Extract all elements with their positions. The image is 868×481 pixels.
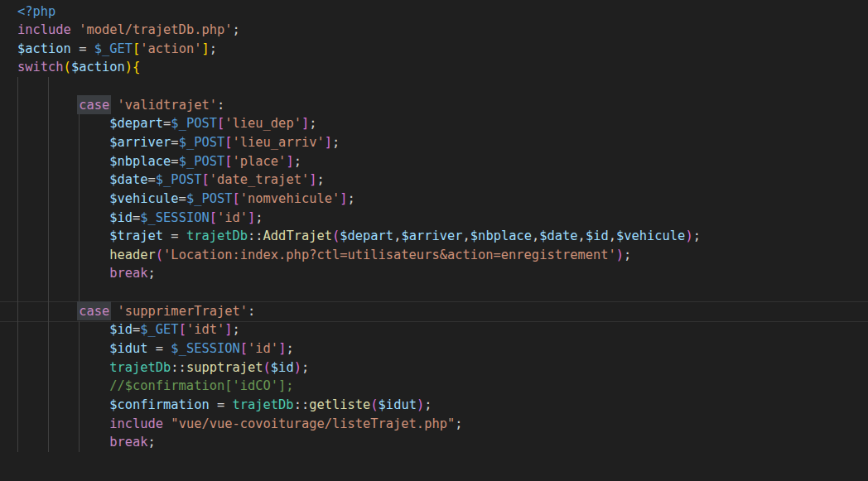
code-token: : — [217, 98, 224, 113]
code-line[interactable]: $trajet = trajetDb::AddTrajet($depart,$a… — [17, 227, 701, 246]
code-editor[interactable]: <?phpinclude 'model/trajetDb.php';$actio… — [0, 0, 868, 481]
code-line[interactable]: $idut = $_SESSION['id']; — [17, 339, 701, 358]
code-line[interactable]: $nbplace=$_POST['place']; — [17, 152, 701, 171]
code-token: 'date_trajet' — [210, 172, 309, 187]
code-token: trajetDb — [186, 228, 248, 243]
code-token: 'place' — [233, 154, 287, 169]
code-token: $_SESSION — [140, 210, 209, 225]
code-token: 'id' — [217, 210, 248, 225]
code-token: ; — [148, 266, 156, 281]
code-token: supptrajet — [186, 360, 263, 375]
code-token — [17, 228, 109, 243]
code-line[interactable]: break; — [17, 264, 701, 283]
code-token: $_POST — [179, 135, 225, 150]
code-token: = — [148, 172, 156, 187]
code-token: $nbplace — [109, 154, 171, 169]
code-token: ) — [294, 360, 301, 375]
code-line[interactable]: $id=$_SESSION['id']; — [17, 209, 701, 228]
code-line[interactable]: include 'model/trajetDb.php'; — [17, 21, 701, 40]
code-token: ) — [616, 248, 624, 262]
code-token: = — [179, 191, 186, 206]
code-token: [ — [210, 210, 217, 225]
code-token: $_POST — [179, 154, 225, 169]
code-token: [ — [224, 135, 232, 150]
code-line[interactable]: break; — [17, 433, 701, 452]
code-line[interactable]: switch($action){ — [17, 58, 701, 77]
code-token: $arriver — [109, 135, 171, 150]
code-token: ; — [316, 172, 324, 187]
code-token: ; — [309, 116, 316, 131]
code-token — [163, 416, 171, 431]
code-token: ) — [685, 228, 692, 243]
code-line[interactable]: trajetDb::supptrajet($id); — [17, 358, 701, 378]
code-token: = — [71, 41, 94, 56]
code-line[interactable]: $depart=$_POST['lieu_dep']; — [17, 114, 701, 133]
code-token: ] — [301, 116, 309, 131]
code-token — [109, 98, 117, 113]
code-token: trajetDb — [109, 360, 171, 375]
code-line[interactable]: $action = $_GET['action']; — [17, 40, 701, 59]
code-line[interactable]: //$confirmation['idCO']; — [17, 377, 701, 396]
code-token: ; — [301, 360, 309, 375]
code-token: $_POST — [186, 191, 233, 206]
code-token: $vehicule — [616, 228, 685, 243]
code-token: ; — [210, 41, 217, 56]
code-token: ] — [325, 135, 332, 150]
code-token: { — [133, 60, 140, 75]
code-token: 'Location:index.php?ctl=utilisateurs&act… — [163, 248, 616, 262]
code-area[interactable]: <?phpinclude 'model/trajetDb.php';$actio… — [17, 2, 701, 452]
code-line[interactable]: $arriver=$_POST['lieu_arriv']; — [17, 133, 701, 152]
code-line[interactable]: <?php — [17, 2, 701, 22]
code-line[interactable]: $confirmation = trajetDb::getliste($idut… — [17, 396, 701, 415]
code-token: ] — [286, 154, 293, 169]
code-token: , — [609, 228, 616, 243]
code-line[interactable]: $vehicule=$_POST['nomvehicule']; — [17, 190, 701, 209]
code-token: AddTrajet — [263, 228, 332, 243]
code-token: ; — [693, 228, 701, 243]
code-token: ; — [348, 191, 355, 206]
code-token: ] — [201, 41, 209, 56]
code-token: [ — [233, 191, 240, 206]
code-token: 'lieu_dep' — [224, 116, 301, 131]
code-line[interactable]: $date=$_POST['date_trajet']; — [17, 171, 701, 190]
code-line[interactable] — [17, 283, 701, 302]
word-highlight: case — [77, 95, 111, 114]
code-token: ) — [417, 397, 424, 412]
code-token: ( — [332, 228, 340, 243]
code-token: $id — [586, 228, 609, 243]
code-token — [17, 116, 109, 131]
code-token — [17, 135, 109, 150]
code-token: ( — [64, 60, 71, 75]
code-token — [17, 397, 109, 412]
code-token: trajetDb — [232, 397, 293, 412]
code-token: $_POST — [156, 172, 202, 187]
code-token: ( — [263, 360, 271, 375]
code-token: : — [248, 304, 255, 319]
code-line[interactable]: header('Location:index.php?ctl=utilisate… — [17, 246, 701, 265]
code-token: [ — [224, 154, 232, 169]
code-token: , — [463, 228, 470, 243]
code-token: $idut — [379, 397, 417, 412]
code-line[interactable]: case 'validtrajet': — [17, 96, 701, 115]
code-token: $idut — [109, 341, 147, 356]
code-token: $id — [109, 322, 133, 337]
code-line[interactable]: case 'supprimerTrajet': — [17, 302, 701, 321]
code-token: $action — [71, 60, 125, 75]
code-token: ] — [340, 191, 347, 206]
code-token: ) — [125, 60, 133, 75]
code-line[interactable]: $id=$_GET['idt']; — [17, 320, 701, 339]
code-token: ( — [156, 248, 163, 262]
code-token: 'nomvehicule' — [240, 191, 340, 206]
code-token: switch — [17, 60, 64, 75]
code-token — [17, 248, 109, 262]
code-token: [ — [179, 322, 186, 337]
code-line[interactable]: include "vue/vue-covoiturage/listeTrajet… — [17, 415, 701, 434]
code-token — [17, 172, 109, 187]
code-token: = — [133, 322, 140, 337]
code-token: $_POST — [171, 116, 217, 131]
code-token: ] — [278, 341, 286, 356]
code-token: = — [171, 135, 178, 150]
code-token: $depart — [109, 116, 163, 131]
code-line[interactable] — [17, 77, 701, 96]
word-highlight: case — [77, 301, 111, 320]
